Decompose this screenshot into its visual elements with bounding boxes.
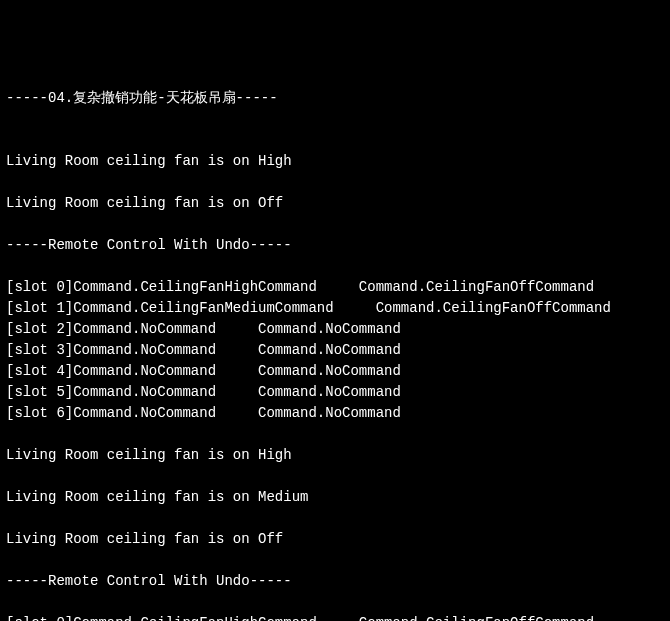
console-line: [slot 6]Command.NoCommand Command.NoComm… <box>6 403 664 424</box>
console-line <box>6 550 664 571</box>
console-line: Living Room ceiling fan is on High <box>6 151 664 172</box>
console-line <box>6 256 664 277</box>
console-output: -----04.复杂撤销功能-天花板吊扇-----Living Room cei… <box>6 88 664 621</box>
console-line <box>6 466 664 487</box>
console-line <box>6 508 664 529</box>
console-line <box>6 592 664 613</box>
console-line: [slot 3]Command.NoCommand Command.NoComm… <box>6 340 664 361</box>
console-line: [slot 0]Command.CeilingFanHighCommand Co… <box>6 613 664 621</box>
console-line <box>6 172 664 193</box>
console-line: [slot 5]Command.NoCommand Command.NoComm… <box>6 382 664 403</box>
console-line: [slot 4]Command.NoCommand Command.NoComm… <box>6 361 664 382</box>
console-line: Living Room ceiling fan is on High <box>6 445 664 466</box>
console-line <box>6 109 664 130</box>
console-line: Living Room ceiling fan is on Off <box>6 193 664 214</box>
console-line: -----04.复杂撤销功能-天花板吊扇----- <box>6 88 664 109</box>
console-line: -----Remote Control With Undo----- <box>6 571 664 592</box>
console-line: [slot 1]Command.CeilingFanMediumCommand … <box>6 298 664 319</box>
console-line <box>6 130 664 151</box>
console-line: Living Room ceiling fan is on Off <box>6 529 664 550</box>
console-line: [slot 0]Command.CeilingFanHighCommand Co… <box>6 277 664 298</box>
console-line <box>6 424 664 445</box>
console-line <box>6 214 664 235</box>
console-line: Living Room ceiling fan is on Medium <box>6 487 664 508</box>
console-line: -----Remote Control With Undo----- <box>6 235 664 256</box>
console-line: [slot 2]Command.NoCommand Command.NoComm… <box>6 319 664 340</box>
